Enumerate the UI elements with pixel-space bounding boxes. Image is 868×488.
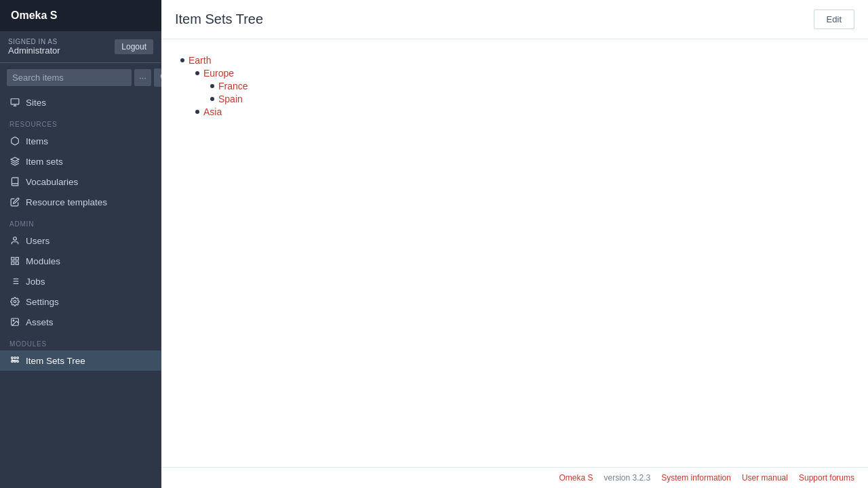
footer-omeka-s-link[interactable]: Omeka S: [559, 473, 593, 483]
signed-in-section: SIGNED IN AS Administrator Logout: [0, 31, 161, 63]
bullet: [210, 84, 214, 88]
tree-link-earth[interactable]: Earth: [189, 55, 211, 66]
sidebar-item-item-sets-tree[interactable]: Item Sets Tree: [0, 350, 161, 371]
logout-button[interactable]: Logout: [115, 39, 153, 54]
search-input[interactable]: [7, 69, 132, 86]
footer-user-manual-link[interactable]: User manual: [742, 473, 788, 483]
footer-version: version 3.2.3: [604, 473, 651, 483]
modules-label: Modules: [26, 256, 60, 266]
item-sets-tree-label: Item Sets Tree: [26, 356, 85, 366]
svg-rect-10: [12, 262, 14, 264]
jobs-icon: [9, 276, 20, 287]
sites-label: Sites: [26, 98, 46, 108]
svg-rect-2: [11, 99, 19, 104]
svg-rect-26: [12, 361, 13, 362]
items-icon: [9, 136, 20, 146]
vocabularies-label: Vocabularies: [26, 177, 78, 187]
search-options-button[interactable]: ···: [134, 69, 151, 86]
modules-icon: [9, 256, 20, 266]
footer: Omeka S version 3.2.3 System information…: [161, 467, 868, 488]
tree-link-europe[interactable]: Europe: [203, 68, 234, 79]
sidebar-item-assets[interactable]: Assets: [0, 312, 161, 332]
bullet: [195, 110, 199, 114]
svg-rect-20: [12, 357, 13, 359]
tree-item-europe: Europe France: [195, 68, 849, 104]
tree-item-spain: Spain: [210, 94, 849, 104]
item-sets-label: Item sets: [26, 157, 63, 167]
signed-in-label: SIGNED IN AS: [8, 38, 60, 45]
content-body: Earth Europe: [161, 39, 868, 467]
svg-point-6: [14, 237, 17, 241]
jobs-label: Jobs: [26, 277, 45, 287]
users-icon: [9, 235, 20, 246]
bullet: [195, 71, 199, 75]
settings-label: Settings: [26, 297, 59, 307]
assets-icon: [9, 317, 20, 327]
footer-system-info-link[interactable]: System information: [661, 473, 731, 483]
page-title: Item Sets Tree: [175, 12, 263, 27]
sidebar-item-settings[interactable]: Settings: [0, 291, 161, 312]
tree-root: Earth Europe: [180, 55, 849, 117]
tree-link-france[interactable]: France: [218, 81, 248, 92]
svg-marker-5: [11, 157, 19, 161]
bullet: [180, 58, 184, 62]
svg-point-19: [13, 320, 14, 321]
sidebar-item-item-sets[interactable]: Item sets: [0, 151, 161, 171]
svg-rect-22: [17, 357, 18, 359]
content-header: Item Sets Tree Edit: [161, 0, 868, 39]
app-title: Omeka S: [0, 0, 161, 31]
search-bar: ···: [0, 63, 161, 92]
svg-point-17: [14, 300, 16, 303]
tree-children-earth: Europe France: [180, 68, 849, 117]
tree-children-europe: France Spain: [195, 81, 849, 104]
sidebar-item-vocabularies[interactable]: Vocabularies: [0, 171, 161, 192]
sidebar-item-resource-templates[interactable]: Resource templates: [0, 192, 161, 212]
resources-section-label: RESOURCES: [0, 113, 161, 131]
sidebar-item-sites[interactable]: Sites: [0, 92, 161, 113]
svg-rect-21: [14, 357, 16, 359]
tree-item-asia: Asia: [195, 106, 849, 117]
items-label: Items: [26, 136, 48, 146]
sidebar-item-modules[interactable]: Modules: [0, 251, 161, 271]
main-content: Item Sets Tree Edit Earth Europe: [161, 0, 868, 488]
tree-item-france: France: [210, 81, 849, 92]
signed-in-user: Administrator: [8, 45, 60, 56]
sidebar-item-items[interactable]: Items: [0, 131, 161, 151]
item-sets-icon: [9, 156, 20, 167]
item-sets-tree-icon: [9, 355, 20, 366]
sidebar: Omeka S SIGNED IN AS Administrator Logou…: [0, 0, 161, 488]
svg-rect-9: [16, 262, 18, 264]
edit-button[interactable]: Edit: [814, 9, 854, 29]
admin-section-label: ADMIN: [0, 212, 161, 230]
search-go-button[interactable]: [154, 68, 161, 87]
assets-label: Assets: [26, 317, 54, 327]
modules-section-label: MODULES: [0, 332, 161, 350]
svg-rect-7: [12, 258, 14, 260]
svg-rect-27: [17, 361, 18, 362]
settings-icon: [9, 296, 20, 307]
resource-templates-icon: [9, 197, 20, 207]
bullet: [210, 97, 214, 101]
tree-link-spain[interactable]: Spain: [218, 94, 243, 104]
tree-item-earth: Earth Europe: [180, 55, 849, 117]
sidebar-item-jobs[interactable]: Jobs: [0, 271, 161, 291]
svg-rect-28: [14, 361, 16, 362]
tree-link-asia[interactable]: Asia: [203, 106, 222, 117]
users-label: Users: [26, 236, 50, 246]
svg-rect-8: [16, 258, 18, 260]
sidebar-item-users[interactable]: Users: [0, 230, 161, 251]
resource-templates-label: Resource templates: [26, 197, 107, 207]
vocabularies-icon: [9, 176, 20, 187]
footer-support-forums-link[interactable]: Support forums: [799, 473, 854, 483]
sites-icon: [9, 97, 20, 108]
